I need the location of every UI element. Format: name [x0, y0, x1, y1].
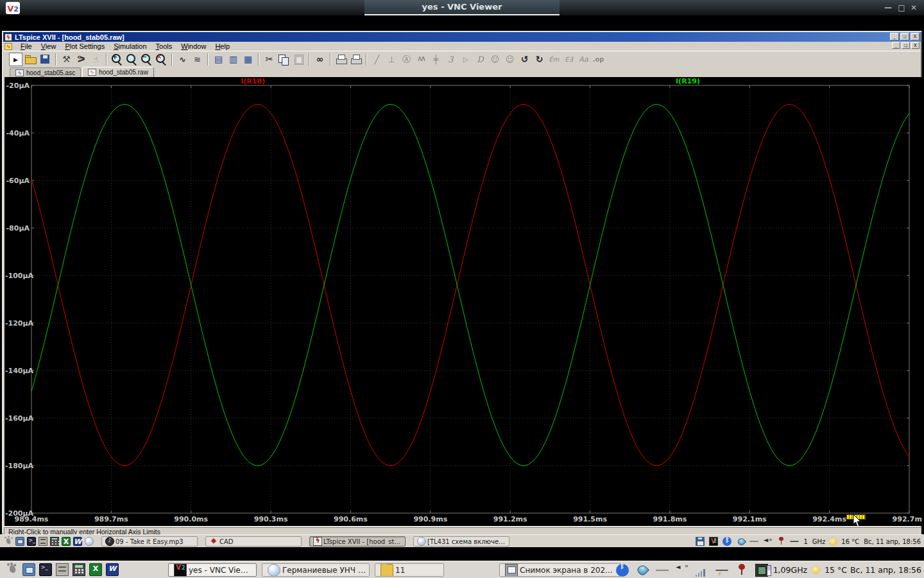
tile-horizontally-icon[interactable]: ▥ — [227, 53, 240, 66]
remote-clock[interactable]: Вс, 11 апр, 18:56 — [864, 538, 921, 545]
menu-window[interactable]: Window — [176, 42, 210, 50]
zoom-back-icon[interactable] — [125, 53, 139, 66]
volume-icon[interactable] — [676, 564, 689, 577]
tab-hood-stab05-raw[interactable]: hood_stab05.raw — [82, 67, 154, 77]
print-preview-icon[interactable] — [334, 53, 348, 66]
gnome-menu-icon[interactable] — [6, 563, 19, 576]
bluetooth-icon[interactable] — [616, 564, 629, 577]
new-schematic-icon[interactable]: ▶ — [9, 53, 22, 66]
trace-label-i-r19[interactable]: I(R19) — [676, 77, 700, 85]
vnc-maximize-button[interactable]: □ — [896, 3, 907, 12]
child-restore-button[interactable]: ❏ — [902, 42, 910, 49]
battery-charging-icon[interactable]: ⚡ — [715, 570, 728, 571]
weather-sun-icon[interactable] — [812, 566, 819, 574]
child-minimize-button[interactable]: _ — [892, 42, 900, 49]
control-panel-icon[interactable]: ⚒ — [60, 53, 73, 66]
menu-simulation[interactable]: Simulation — [109, 42, 151, 50]
gnome-menu-icon[interactable] — [4, 537, 13, 546]
file-cabinet-icon[interactable] — [38, 537, 47, 546]
terminal-icon[interactable] — [39, 563, 52, 576]
web-page-icon — [417, 537, 426, 546]
remote-temperature: 16 °C — [841, 538, 859, 545]
taskbar-window-tl431-схема-включения[interactable]: [TL431 схема включения, ... — [413, 536, 509, 547]
cpu-meter-icon[interactable] — [755, 564, 768, 577]
redo-icon[interactable]: ↻ — [533, 53, 546, 66]
file-manager-icon[interactable] — [15, 537, 24, 546]
x-axis-label: 992.4ms — [812, 515, 846, 523]
spreadsheet-icon[interactable] — [62, 537, 71, 546]
ru-flag-icon[interactable] — [656, 570, 669, 571]
taskbar-window-германиевые-унч[interactable]: Германиевые УНЧ | ... — [262, 563, 370, 577]
wine-icon[interactable] — [776, 537, 785, 546]
menu-view[interactable]: View — [37, 42, 61, 50]
taskbar-window-yes-vnc-viewer[interactable]: yes - VNC Viewer — [168, 563, 257, 577]
web-browser-icon[interactable] — [85, 537, 94, 546]
local-clock[interactable]: Вс, 11 апр, 18:56 — [850, 565, 921, 575]
terminal-icon[interactable] — [27, 537, 36, 546]
web-page-icon — [268, 564, 280, 577]
copy-icon[interactable] — [277, 53, 291, 66]
plot-settings-icon[interactable]: ≋ — [191, 53, 204, 66]
us-flag-icon[interactable] — [749, 541, 758, 542]
taskbar-window-11[interactable]: 11 — [375, 563, 444, 577]
x-axis-label: 992.1ms — [733, 515, 767, 523]
taskbar-window-ltspice-xvii-hood-stab05[interactable]: LTspice XVII - [hood_stab05... — [309, 536, 406, 547]
vnc-icon[interactable] — [709, 537, 718, 546]
cascade-windows-icon[interactable]: ▦ — [241, 53, 255, 66]
taskbar-window-cad[interactable]: CAD — [205, 536, 302, 547]
taskbar-window-снимок-экрана-в-202[interactable]: Снимок экрана в 202... — [499, 563, 621, 577]
water-drop-icon[interactable] — [636, 564, 649, 577]
ground-icon: ⊥ — [385, 53, 398, 66]
zoom-out-icon[interactable]: − — [140, 53, 153, 66]
y-axis-label: -80µA — [5, 224, 30, 232]
undo-icon[interactable]: ↺ — [518, 53, 531, 66]
open-icon[interactable] — [24, 53, 37, 66]
volume-icon[interactable] — [763, 537, 772, 546]
spreadsheet-icon[interactable] — [89, 563, 102, 576]
water-drop-icon[interactable] — [736, 537, 745, 546]
menu-help[interactable]: Help — [210, 42, 234, 50]
wine-icon[interactable] — [735, 564, 748, 577]
file-manager-icon[interactable] — [22, 563, 35, 576]
signal-strength-icon[interactable] — [696, 564, 708, 577]
cut-icon[interactable]: ✂ — [262, 53, 276, 66]
file-cabinet-icon[interactable] — [56, 563, 69, 576]
taskbar-window-09-take-it-easy-mp3[interactable]: 09 - Take it Easy.mp3 — [101, 536, 198, 547]
weather-sun-icon[interactable] — [830, 538, 837, 545]
autorange-y-axis-icon[interactable]: ∿ — [176, 53, 189, 66]
find-icon[interactable]: ∞ — [313, 53, 327, 66]
tile-vertically-icon[interactable]: ▤ — [212, 53, 225, 66]
x-axis-label: 990.0ms — [174, 515, 208, 523]
bluetooth-icon[interactable] — [723, 537, 732, 546]
print-icon[interactable] — [349, 53, 363, 66]
floppy-disk-icon[interactable] — [696, 537, 705, 546]
word-processor-icon[interactable] — [73, 537, 82, 546]
menu-file[interactable]: File — [16, 42, 37, 50]
trace-label-i-r18[interactable]: I(R18) — [241, 77, 265, 85]
child-close-button[interactable]: x — [911, 42, 920, 49]
save-icon[interactable] — [38, 53, 52, 66]
run-icon[interactable]: ᕗ — [74, 53, 88, 66]
word-processor-icon[interactable] — [106, 563, 119, 576]
ltspice-close-button[interactable]: x — [911, 33, 920, 40]
vnc-close-button[interactable]: ✕ — [909, 3, 919, 12]
waveform-pane[interactable]: I(R18)I(R19) -20µA-40µA-60µA-80µA-100µA-… — [4, 77, 922, 526]
ltspice-minimize-button[interactable]: _ — [890, 33, 899, 40]
zoom-full-extents-icon[interactable]: ✕ — [155, 53, 168, 66]
menu-tools[interactable]: Tools — [151, 42, 177, 50]
y-axis-label: -40µA — [5, 129, 30, 137]
vnc-minimize-button[interactable]: — — [883, 3, 893, 12]
waveform-document-icon[interactable] — [4, 43, 12, 50]
calculator-icon[interactable] — [73, 563, 85, 576]
folder-icon — [381, 564, 393, 577]
zoom-in-icon[interactable]: + — [110, 53, 124, 66]
menu-plot-settings[interactable]: Plot Settings — [60, 42, 109, 50]
calculator-icon[interactable] — [50, 537, 59, 546]
x-axis-label: 989.4ms — [15, 515, 49, 523]
ltspice-titlebar[interactable]: LTspice XVII - [hood_stab05.raw] _ ❏ x — [3, 32, 921, 42]
vnc-viewer-titlebar[interactable]: yes - VNC Viewer — □ ✕ — [0, 0, 924, 15]
battery-icon[interactable] — [790, 541, 799, 542]
inductor-icon: 3 — [444, 53, 458, 66]
tab-hood-stab05-asc[interactable]: hood_stab05.asc — [10, 67, 81, 77]
ltspice-restore-button[interactable]: ❏ — [900, 33, 909, 40]
